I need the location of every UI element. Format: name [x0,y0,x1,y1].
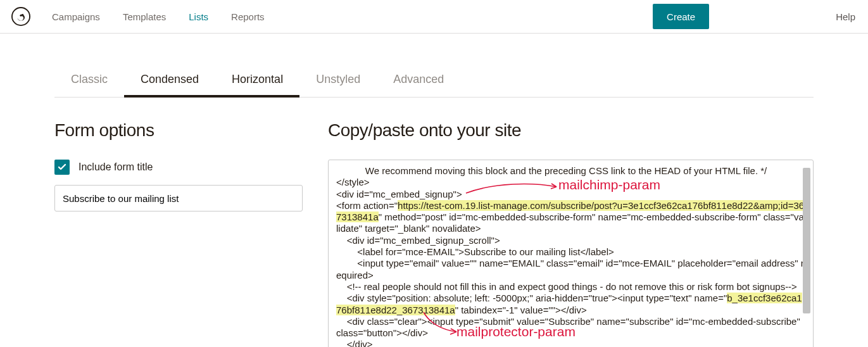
include-form-title-checkbox[interactable] [54,160,70,175]
nav-lists[interactable]: Lists [189,11,208,22]
tab-condensed[interactable]: Condensed [124,64,215,98]
tab-unstyled[interactable]: Unstyled [299,64,377,98]
top-nav-bar: Campaigns Templates Lists Reports Create… [0,0,868,34]
nav-campaigns[interactable]: Campaigns [52,11,100,22]
embed-code-panel: Copy/paste onto your site We recommend m… [328,120,814,347]
nav-reports[interactable]: Reports [231,11,265,22]
form-title-input[interactable] [54,185,303,211]
primary-nav: Campaigns Templates Lists Reports [52,11,265,22]
form-style-tabs: Classic Condensed Horizontal Unstyled Ad… [54,64,814,98]
svg-point-0 [12,8,30,25]
form-options-heading: Form options [54,120,303,141]
code-scrollbar-thumb[interactable] [803,168,810,313]
help-link[interactable]: Help [836,11,855,22]
code-scrollbar[interactable] [802,164,811,347]
form-options-panel: Form options Include form title [54,120,303,347]
tab-advanced[interactable]: Advanced [377,64,460,98]
svg-point-1 [22,14,24,16]
nav-templates[interactable]: Templates [123,11,166,22]
include-form-title-label: Include form title [79,161,153,173]
embed-code-box[interactable]: We recommend moving this block and the p… [328,160,814,347]
tab-classic[interactable]: Classic [54,64,124,98]
copy-paste-heading: Copy/paste onto your site [328,120,814,141]
embed-code-content: We recommend moving this block and the p… [336,165,805,347]
mailchimp-logo-icon[interactable] [11,7,30,26]
tab-horizontal[interactable]: Horizontal [215,64,299,98]
create-button[interactable]: Create [653,4,709,29]
